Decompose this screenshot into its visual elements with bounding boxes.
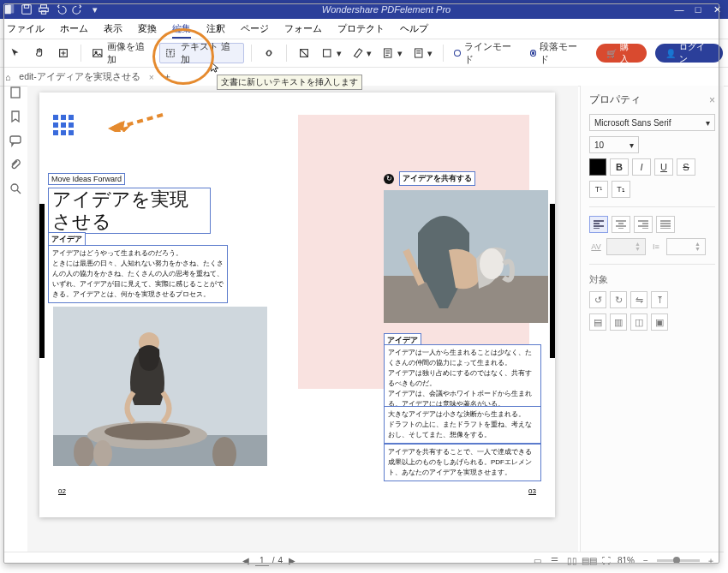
fullscreen-icon[interactable]: ⛶: [600, 555, 612, 567]
heading-jp[interactable]: アイデアを実現させる: [48, 188, 211, 234]
undo-icon[interactable]: [55, 3, 67, 15]
subscript-icon[interactable]: T₁: [612, 181, 630, 198]
replace-icon[interactable]: ▣: [651, 313, 668, 331]
highlight-tool-icon[interactable]: ▾: [349, 43, 375, 63]
eraser-tool-icon[interactable]: ▾: [318, 43, 344, 63]
workspace[interactable]: Move Ideas Forward アイデアを実現させる アイデア アイデアは…: [27, 86, 578, 552]
italic-icon[interactable]: I: [632, 158, 651, 176]
page-left: Move Ideas Forward アイデアを実現させる アイデア アイデアは…: [48, 110, 296, 500]
menu-edit[interactable]: 編集: [172, 20, 191, 39]
underline-icon[interactable]: U: [654, 158, 673, 176]
save-icon[interactable]: [21, 3, 33, 15]
document-tab[interactable]: edit-アイディアを実現させる: [19, 71, 140, 83]
zoom-tool-icon[interactable]: [53, 43, 74, 63]
home-icon[interactable]: ⌂: [5, 72, 10, 82]
align-right-icon[interactable]: [634, 216, 653, 233]
buy-label: 購入: [620, 41, 636, 65]
bold-icon[interactable]: B: [610, 158, 629, 176]
menu-convert[interactable]: 変換: [138, 22, 157, 35]
align-objects-center-icon[interactable]: ▥: [610, 313, 627, 331]
print-icon[interactable]: [38, 3, 50, 15]
current-page[interactable]: 1: [255, 556, 269, 566]
color-swatch[interactable]: [589, 158, 606, 176]
svg-rect-16: [10, 136, 21, 143]
properties-close-icon[interactable]: ×: [709, 94, 715, 106]
page-spread[interactable]: Move Ideas Forward アイデアを実現させる アイデア アイデアは…: [39, 93, 555, 517]
view-continuous-icon[interactable]: ☰: [549, 555, 561, 567]
link-tool-icon[interactable]: [259, 43, 279, 63]
rotate-ccw-icon[interactable]: ↺: [589, 291, 606, 308]
align-objects-left-icon[interactable]: ▤: [589, 313, 606, 331]
strike-icon[interactable]: S: [677, 158, 695, 176]
svg-rect-1: [8, 4, 14, 14]
crop-tool-icon[interactable]: [294, 43, 314, 63]
paragraph-mode-radio[interactable]: 段落モード: [530, 40, 587, 66]
attachment-icon[interactable]: [9, 158, 22, 171]
photo-pottery[interactable]: [53, 307, 267, 466]
section2-body1[interactable]: アイデアは一人から生まれることは少なく、たくさんの仲間の協力によって生まれる。ア…: [384, 344, 541, 413]
font-family-select[interactable]: Microsoft Sans Serif▾: [589, 114, 715, 131]
page-prev-icon[interactable]: ◀: [240, 555, 252, 567]
tooltip: 文書に新しいテキストを挿入します: [217, 75, 362, 90]
select-tool-icon[interactable]: [5, 43, 26, 63]
kerning-input[interactable]: ▲▼: [606, 238, 646, 255]
tab-close-icon[interactable]: ×: [149, 72, 154, 82]
login-label: ログイン: [679, 41, 713, 65]
zoom-slider[interactable]: [657, 559, 700, 562]
menu-annotate[interactable]: 注釈: [206, 22, 225, 35]
superscript-icon[interactable]: T¹: [589, 181, 608, 198]
buy-button[interactable]: 🛒 購入: [596, 44, 647, 63]
paragraph-mode-label: 段落モード: [540, 40, 586, 66]
redo-icon[interactable]: [72, 3, 84, 15]
page-next-icon[interactable]: ▶: [286, 555, 298, 567]
align-left-icon[interactable]: [589, 216, 608, 233]
form-tool-icon[interactable]: ▾: [379, 43, 405, 63]
menu-page[interactable]: ページ: [241, 22, 269, 35]
add-image-button[interactable]: 画像を追加: [88, 43, 156, 63]
flip-v-icon[interactable]: ⤒: [651, 291, 668, 308]
svg-point-17: [11, 184, 18, 191]
watermark-tool-icon[interactable]: ▾: [409, 43, 436, 63]
flip-h-icon[interactable]: ⇋: [630, 291, 647, 308]
thumbnails-icon[interactable]: [9, 86, 22, 99]
line-mode-label: ラインモード: [464, 40, 519, 66]
crop-icon[interactable]: ◫: [630, 313, 647, 331]
photo-mug[interactable]: [384, 190, 548, 323]
gutter-left: [39, 204, 45, 358]
window-close-icon[interactable]: ✕: [709, 2, 725, 17]
menu-help[interactable]: ヘルプ: [400, 22, 428, 35]
svg-rect-8: [93, 50, 102, 57]
menu-file[interactable]: ファイル: [7, 22, 45, 35]
view-single-icon[interactable]: ▭: [532, 555, 544, 567]
menu-home[interactable]: ホーム: [60, 22, 88, 35]
section2-body2[interactable]: 大きなアイデアは小さな決断から生まれる。ドラフトの上に、またドラフトを重ね、考え…: [384, 406, 541, 444]
hand-tool-icon[interactable]: [29, 43, 50, 63]
view-two-page-icon[interactable]: ▯▯: [566, 555, 578, 567]
section2-body3[interactable]: アイデアを共有することで、一人で達成できる成果以上のものをしあげられる。PDFエ…: [384, 444, 541, 481]
line-height-input[interactable]: ▲▼: [666, 238, 706, 255]
section1-body[interactable]: アイデアはどうやって生まれるのだろう。ときには最悪の日々、人知れない努力をかさね…: [48, 245, 228, 303]
menu-protect[interactable]: プロテクト: [337, 22, 385, 35]
bookmark-icon[interactable]: [9, 110, 22, 123]
login-button[interactable]: 👤 ログイン: [655, 44, 723, 63]
align-justify-icon[interactable]: [656, 216, 675, 233]
zoom-in-icon[interactable]: ＋: [705, 555, 717, 567]
menu-view[interactable]: 表示: [104, 22, 122, 35]
window-minimize-icon[interactable]: —: [671, 2, 687, 17]
window-maximize-icon[interactable]: □: [690, 2, 706, 17]
view-book-icon[interactable]: ▤▤: [583, 555, 595, 567]
align-center-icon[interactable]: [612, 216, 630, 233]
search-icon[interactable]: [9, 182, 22, 195]
dropdown-icon[interactable]: ▾: [89, 3, 101, 15]
menu-form[interactable]: フォーム: [284, 22, 322, 35]
line-mode-radio[interactable]: ラインモード: [454, 40, 519, 66]
comment-icon[interactable]: [9, 134, 22, 147]
add-text-button[interactable]: テキスト 追加: [159, 43, 244, 63]
share-badge[interactable]: ↻ アイデアを共有する: [384, 171, 475, 186]
font-size-value: 10: [594, 140, 604, 150]
tab-add-icon[interactable]: ＋: [163, 71, 172, 83]
rotate-cw-icon[interactable]: ↻: [610, 291, 627, 308]
heading-en[interactable]: Move Ideas Forward: [48, 173, 125, 185]
font-size-select[interactable]: 10▾: [589, 136, 639, 153]
zoom-out-icon[interactable]: −: [640, 555, 652, 567]
